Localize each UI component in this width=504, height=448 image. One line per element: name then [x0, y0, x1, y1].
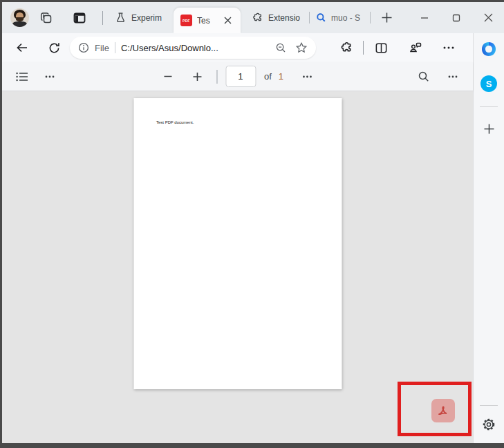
- skype-button[interactable]: S: [477, 72, 501, 95]
- gear-icon: [481, 417, 496, 432]
- pdf-page-text: Test PDF document.: [156, 120, 194, 124]
- tab-label: Tes: [197, 16, 216, 26]
- close-icon: [484, 13, 493, 22]
- toc-icon: [16, 72, 28, 82]
- tab-close-button[interactable]: [221, 15, 234, 27]
- workspaces-button[interactable]: [33, 6, 59, 30]
- back-icon: [15, 41, 29, 55]
- avatar-shirt: [12, 21, 27, 27]
- edge-sidebar: S: [473, 33, 504, 443]
- tab-label: Extensio: [268, 13, 303, 23]
- acrobat-icon: [436, 403, 451, 418]
- more-icon: [448, 75, 458, 78]
- address-bar[interactable]: File C:/Users/Asus/Downlo...: [70, 37, 316, 59]
- extensions-button[interactable]: [333, 35, 359, 60]
- close-icon: [224, 17, 232, 24]
- tab-experiments[interactable]: Experim: [109, 6, 174, 30]
- desktop: { "titlebar": { "tabs": [ { "label": "Ex…: [0, 0, 504, 448]
- flask-icon: [115, 12, 127, 24]
- highlight-rectangle: [398, 382, 472, 436]
- pdf-page[interactable]: Test PDF document.: [133, 98, 342, 389]
- sidebar-settings-button[interactable]: [477, 413, 501, 436]
- profile-avatar[interactable]: [10, 8, 29, 27]
- split-screen-icon: [374, 41, 389, 55]
- new-tab-button[interactable]: [375, 6, 398, 30]
- refresh-button[interactable]: [41, 35, 67, 60]
- zoom-out-minus-icon: [163, 72, 172, 81]
- tab-test-pdf[interactable]: PDF Tes: [174, 8, 241, 33]
- url-text[interactable]: C:/Users/Asus/Downlo...: [121, 43, 270, 53]
- search-icon: [316, 12, 326, 23]
- feedback-icon: [408, 40, 423, 55]
- browser-body: File C:/Users/Asus/Downlo...: [2, 33, 504, 443]
- new-tab-icon: [381, 12, 393, 24]
- skype-icon: S: [480, 75, 497, 92]
- tab-layout-icon: [72, 10, 87, 26]
- pdf-page-controls: of 1: [157, 64, 318, 89]
- toc-button[interactable]: [10, 64, 34, 89]
- window-controls: [409, 2, 504, 33]
- split-screen-button[interactable]: [368, 35, 394, 60]
- url-scheme-label: File: [95, 43, 109, 53]
- page-count: 1: [279, 71, 283, 82]
- zoom-in-plus-icon: [192, 72, 202, 82]
- pdf-more-left-button[interactable]: [38, 64, 62, 89]
- navigation-bar: File C:/Users/Asus/Downlo...: [2, 33, 473, 62]
- toolbar-divider: [363, 41, 364, 55]
- pdf-toolbar: of 1: [2, 62, 473, 91]
- main-column: File C:/Users/Asus/Downlo...: [2, 33, 473, 443]
- pdf-more-center-button[interactable]: [296, 64, 318, 89]
- avatar-beard: [16, 17, 24, 21]
- maximize-button[interactable]: [440, 2, 472, 33]
- titlebar-divider: [102, 11, 103, 25]
- add-icon: [483, 123, 495, 135]
- feedback-button[interactable]: [402, 35, 429, 60]
- sidebar-divider-bottom: [480, 405, 498, 406]
- back-button[interactable]: [9, 35, 35, 60]
- more-icon: [443, 46, 454, 49]
- pdf-more-right-button[interactable]: [441, 64, 465, 89]
- page-number-input[interactable]: [225, 66, 256, 87]
- find-icon: [418, 71, 430, 83]
- find-in-document-button[interactable]: [412, 64, 436, 89]
- maximize-icon: [452, 14, 460, 22]
- favorite-star-icon[interactable]: [295, 41, 308, 54]
- pdf-viewer[interactable]: Test PDF document.: [2, 91, 473, 443]
- browser-window: Experim PDF Tes Extensio: [2, 2, 504, 443]
- sidebar-divider-top: [480, 106, 498, 107]
- tab-strip: Experim PDF Tes Extensio: [2, 2, 504, 33]
- more-icon: [302, 75, 312, 78]
- tab-label: Experim: [131, 13, 167, 23]
- tab-divider: [370, 12, 371, 24]
- tab-actions-button[interactable]: [66, 6, 93, 30]
- sidebar-add-button[interactable]: [477, 117, 501, 140]
- more-icon: [45, 75, 55, 78]
- copilot-button[interactable]: [477, 37, 501, 61]
- extensions-icon: [339, 41, 353, 55]
- url-divider: [115, 42, 115, 53]
- pdf-toolbar-right: [412, 64, 465, 89]
- tab-label: muo - S: [331, 13, 364, 23]
- refresh-icon: [48, 41, 61, 55]
- acrobat-extension-icon[interactable]: [431, 399, 455, 422]
- zoom-out-button[interactable]: [157, 64, 179, 89]
- puzzle-icon: [251, 12, 263, 24]
- settings-menu-button[interactable]: [436, 35, 462, 60]
- workspaces-icon: [39, 10, 54, 26]
- zoom-in-button[interactable]: [186, 64, 208, 89]
- pdf-file-icon: PDF: [180, 15, 192, 26]
- tab-extensions[interactable]: Extensio: [245, 6, 309, 30]
- page-of-label: of: [264, 71, 272, 82]
- zoom-out-search-icon[interactable]: [275, 42, 287, 54]
- minimize-icon: [420, 14, 429, 22]
- minimize-button[interactable]: [409, 2, 440, 33]
- tab-search-muo[interactable]: muo - S: [310, 6, 370, 30]
- info-icon[interactable]: [78, 42, 89, 53]
- copilot-icon: [480, 40, 498, 58]
- close-window-button[interactable]: [472, 2, 504, 33]
- pdf-toolbar-divider: [216, 70, 217, 84]
